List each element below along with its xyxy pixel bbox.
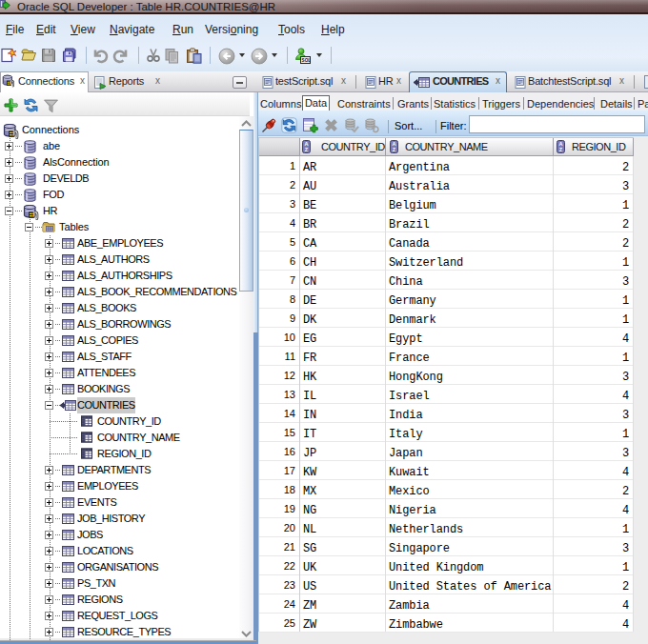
svg-text:SOL: SOL: [302, 58, 311, 63]
